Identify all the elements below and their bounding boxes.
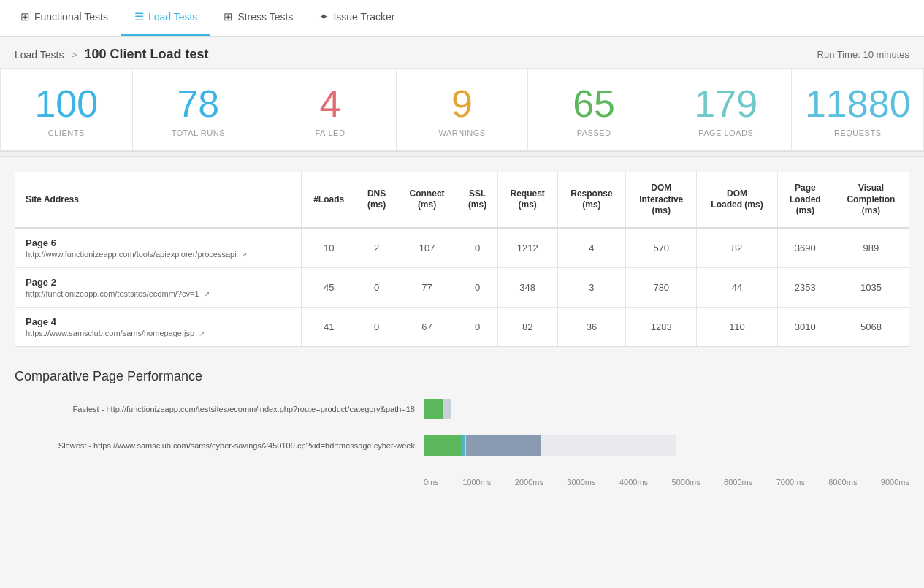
cell-loads-2: 41 [301,307,356,346]
stress-icon: ⊞ [224,10,233,23]
cell-site-2: Page 4 https://www.samsclub.com/sams/hom… [15,307,301,346]
external-link-icon[interactable]: ↗ [204,290,210,298]
stat-passed: 65 PASSED [528,69,660,150]
external-link-icon[interactable]: ↗ [199,329,205,337]
bar-segment-0-1 [443,399,451,419]
col-page-loaded: PageLoaded(ms) [777,172,833,228]
chart-title: Comparative Page Performance [15,369,909,384]
x-label-2: 2000ms [515,478,543,486]
x-label-3: 3000ms [567,478,595,486]
cell-response-0: 4 [557,228,626,268]
cell-request-2: 82 [497,307,557,346]
chart-bars-1 [424,435,909,456]
tab-load[interactable]: ☰ Load Tests [121,0,210,36]
cell-ssl-2: 0 [457,307,497,346]
x-label-9: 9000ms [881,478,909,486]
col-ssl: SSL(ms) [457,172,497,228]
col-connect: Connect(ms) [397,172,457,228]
run-time-value: 10 minutes [863,49,909,60]
x-label-8: 8000ms [828,478,857,486]
col-dom-loaded: DOMLoaded (ms) [697,172,777,228]
x-label-4: 4000ms [619,478,648,486]
stat-label-clients: CLIENTS [8,129,125,137]
run-time-label: Run Time: [817,49,860,60]
site-url-0: http://www.functionizeapp.com/tools/apie… [26,250,294,259]
chart-row-1: Slowest - https://www.samsclub.com/sams/… [15,435,909,456]
x-label-1: 1000ms [462,478,491,486]
site-name-0: Page 6 [26,237,294,248]
breadcrumb: Load Tests > 100 Client Load test [15,47,208,62]
cell-ssl-1: 0 [457,267,497,307]
cell-page-loaded-0: 3690 [777,228,833,268]
cell-visual-completion-1: 1035 [833,267,909,307]
cell-request-0: 1212 [497,228,557,268]
tab-functional-label: Functional Tests [34,11,108,23]
cell-visual-completion-0: 989 [833,228,909,268]
breadcrumb-parent[interactable]: Load Tests [15,49,64,61]
load-icon: ☰ [134,10,144,23]
breadcrumb-separator: > [71,49,80,61]
chart-label-1: Slowest - https://www.samsclub.com/sams/… [15,441,424,450]
col-response: Response(ms) [557,172,626,228]
chart-wrapper: Fastest - http://functionizeapp.com/test… [15,399,909,456]
cell-visual-completion-2: 5068 [833,307,909,346]
run-time: Run Time: 10 minutes [817,49,909,60]
cell-dom-loaded-0: 82 [697,228,777,268]
tab-functional[interactable]: ⊞ Functional Tests [7,0,121,36]
cell-loads-0: 10 [301,228,356,268]
breadcrumb-row: Load Tests > 100 Client Load test Run Ti… [0,37,924,68]
tab-issue-label: Issue Tracker [333,11,394,23]
cell-dom-interactive-2: 1283 [626,307,697,346]
functional-icon: ⊞ [20,10,30,23]
bar-segment-1-3 [466,435,541,456]
chart-row-0: Fastest - http://functionizeapp.com/test… [15,399,909,419]
col-request: Request(ms) [497,172,557,228]
cell-site-1: Page 2 http://functionizeapp.com/testsit… [15,267,301,307]
cell-dom-loaded-1: 44 [697,267,777,307]
chart-section: Comparative Page Performance Fastest - h… [15,362,909,508]
bar-segment-1-0 [424,435,462,456]
x-axis: 0ms1000ms2000ms3000ms4000ms5000ms6000ms7… [15,472,909,486]
bar-segment-1-4 [541,435,676,456]
stat-value-clients: 100 [8,85,125,123]
x-label-0: 0ms [424,478,439,486]
stat-label-total_runs: TOTAL RUNS [140,129,257,137]
table-row: Page 2 http://functionizeapp.com/testsit… [15,267,909,307]
cell-ssl-0: 0 [457,228,497,268]
page-content: Site Address #Loads DNS(ms) Connect(ms) … [0,172,924,523]
nav-tabs: ⊞ Functional Tests ☰ Load Tests ⊞ Stress… [0,0,924,37]
stat-value-failed: 4 [272,85,389,123]
stat-label-passed: PASSED [535,129,652,137]
tab-load-label: Load Tests [148,11,197,23]
cell-page-loaded-1: 2353 [777,267,833,307]
stat-warnings: 9 WARNINGS [397,69,529,150]
stat-value-warnings: 9 [404,85,521,123]
divider [0,151,924,157]
table-header-row: Site Address #Loads DNS(ms) Connect(ms) … [15,172,909,228]
chart-bars-0 [424,399,909,419]
cell-connect-0: 107 [397,228,457,268]
stat-value-passed: 65 [535,85,652,123]
col-visual-completion: VisualCompletion(ms) [833,172,909,228]
table-row: Page 6 http://www.functionizeapp.com/too… [15,228,909,268]
tab-stress[interactable]: ⊞ Stress Tests [210,0,306,36]
external-link-icon[interactable]: ↗ [241,251,247,259]
chart-label-0: Fastest - http://functionizeapp.com/test… [15,405,424,413]
col-dom-interactive: DOMInteractive(ms) [626,172,697,228]
bar-segment-0-0 [424,399,443,419]
cell-connect-2: 67 [397,307,457,346]
cell-site-0: Page 6 http://www.functionizeapp.com/too… [15,228,301,268]
x-label-6: 6000ms [724,478,752,486]
tab-issue[interactable]: ✦ Issue Tracker [306,0,408,36]
table-row: Page 4 https://www.samsclub.com/sams/hom… [15,307,909,346]
stat-value-page_loads: 179 [668,85,784,123]
site-url-2: https://www.samsclub.com/sams/homepage.j… [26,329,294,337]
x-label-5: 5000ms [672,478,700,486]
site-name-1: Page 2 [26,277,294,288]
site-url-1: http://functionizeapp.com/testsites/ecom… [26,289,294,298]
cell-dom-interactive-1: 780 [626,267,697,307]
cell-page-loaded-2: 3010 [777,307,833,346]
stat-label-warnings: WARNINGS [404,129,521,137]
stat-failed: 4 FAILED [264,69,397,150]
x-label-7: 7000ms [776,478,805,486]
